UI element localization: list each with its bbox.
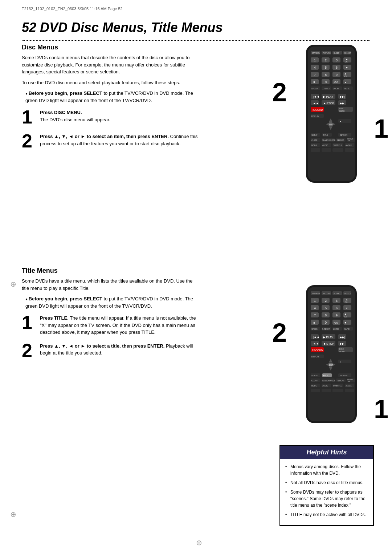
title-step-2-content: Press ▲, ▼, ◄ or ► to select a title, th…	[40, 341, 200, 357]
title-menus-title: Title Menus	[22, 267, 200, 275]
svg-text:II: II	[313, 81, 315, 84]
disc-step-2-number: 2	[22, 131, 35, 150]
svg-text:9: 9	[336, 313, 338, 317]
svg-text:|◄◄: |◄◄	[313, 95, 319, 98]
svg-text:REPEAT: REPEAT	[337, 380, 344, 382]
svg-text:3: 3	[336, 58, 338, 62]
disc-step-2-bold: Press ▲, ▼, ◄ or ► to select an item, th…	[40, 134, 169, 139]
page-title: 52 DVD Disc Menus, Title Menus	[22, 20, 222, 35]
title-step-1: 1 Press TITLE. The title menu will appea…	[22, 313, 200, 336]
disc-menus-bullet: Before you begin, press SELECT to put th…	[25, 90, 200, 104]
hint-item-3: Some DVDs may refer to chapters as "scen…	[285, 489, 368, 509]
svg-text:SLEEP: SLEEP	[334, 292, 340, 295]
svg-rect-210	[332, 389, 343, 392]
svg-text:▶▶: ▶▶	[340, 342, 344, 345]
title-menus-bullet-text: Before you begin, press SELECT to put th…	[25, 296, 193, 309]
svg-text:VOL: VOL	[344, 316, 347, 318]
svg-text:6: 6	[336, 306, 338, 310]
hint-item-4: TITLE may not be active with all DVDs.	[285, 511, 368, 518]
svg-text:▲: ▲	[346, 298, 348, 301]
big-number-1-top: 1	[374, 116, 388, 142]
svg-text:1: 1	[314, 299, 316, 303]
svg-text:2: 2	[325, 58, 327, 62]
svg-text:9: 9	[336, 73, 338, 77]
svg-text:▼: ▼	[344, 321, 347, 324]
svg-text:◄◄: ◄◄	[313, 342, 319, 345]
svg-text:AUDIO: AUDIO	[322, 144, 328, 146]
svg-text:+10: +10	[334, 81, 338, 84]
crosshair-left-mid: ⊕	[10, 280, 16, 288]
svg-text:SETUP: SETUP	[311, 134, 318, 136]
svg-text:▼: ▼	[344, 81, 347, 84]
svg-text:MENU: MENU	[339, 110, 345, 112]
disc-menus-title: Disc Menus	[22, 44, 200, 51]
svg-text:SEARCH MODE: SEARCH MODE	[322, 139, 336, 141]
svg-text:+10: +10	[334, 321, 338, 324]
disc-step-1: 1 Press DISC MENU. The DVD's disc menu w…	[22, 108, 200, 126]
disc-step-2: 2 Press ▲, ▼, ◄ or ► to select an item, …	[22, 131, 200, 150]
remote-svg-bottom: STANDBY PICTURE SLEEP SELECT 1 2 3 ▲ CH.…	[301, 283, 362, 429]
crosshair-bot-center: ⊕	[196, 538, 202, 547]
svg-text:▲: ▲	[346, 58, 348, 60]
svg-text:▶ PLAY: ▶ PLAY	[323, 95, 334, 98]
svg-text:▲: ▲	[344, 313, 347, 315]
big-number-1-bottom: 1	[374, 396, 388, 422]
svg-text:SETUP: SETUP	[311, 374, 318, 377]
title-step-1-number: 1	[22, 313, 35, 332]
title-step-2-bold: Press ▲, ▼, ◄ or ► to select a title, th…	[40, 343, 164, 349]
svg-text:RETURN: RETURN	[340, 134, 347, 136]
svg-text:▼: ▼	[346, 66, 348, 69]
svg-text:MUTE: MUTE	[344, 328, 350, 330]
svg-text:MENU: MENU	[339, 351, 345, 353]
disc-step-2-content: Press ▲, ▼, ◄ or ► to select an item, th…	[40, 131, 200, 147]
svg-text:4: 4	[314, 306, 316, 310]
svg-text:5: 5	[325, 306, 327, 310]
svg-text:|◄◄: |◄◄	[313, 336, 319, 339]
svg-rect-105	[345, 148, 354, 152]
svg-text:SEARCH MODE: SEARCH MODE	[322, 380, 336, 382]
svg-text:DISPLAY: DISPLAY	[311, 115, 319, 117]
svg-text:DISC: DISC	[339, 108, 344, 110]
svg-text:SUBTITLE: SUBTITLE	[333, 144, 342, 146]
svg-text:ZOOM: ZOOM	[333, 88, 339, 90]
remote-top: 2 1 STANDBY PICTURE SLEEP SELECT 1 2 3 ▲…	[293, 43, 377, 189]
svg-text:8: 8	[325, 313, 327, 317]
disc-step-1-text: The DVD's disc menu will appear.	[40, 117, 110, 122]
disc-menus-intro1: Some DVDs contain menus that describe th…	[22, 54, 200, 76]
disc-menus-intro2: To use the DVD disc menu and select play…	[22, 79, 200, 86]
svg-text:2: 2	[325, 299, 327, 303]
disc-menus-bullet-text: Before you begin, press SELECT to put th…	[25, 90, 193, 103]
svg-text:DISPLAY: DISPLAY	[311, 356, 319, 358]
svg-text:ZOOM: ZOOM	[333, 328, 339, 330]
disc-step-1-content: Press DISC MENU. The DVD's disc menu wil…	[40, 108, 110, 123]
title-step-1-bold: Press TITLE.	[40, 315, 69, 321]
svg-text:C.RESET: C.RESET	[322, 88, 330, 90]
svg-text:▶▶|: ▶▶|	[340, 336, 345, 339]
svg-text:TITLE: TITLE	[323, 374, 328, 377]
svg-text:SUBTITLE: SUBTITLE	[333, 385, 342, 387]
title-step-1-content: Press TITLE. The title menu will appear.…	[40, 313, 200, 336]
hints-body: Menus vary among discs. Follow the infor…	[280, 459, 373, 525]
svg-text:0: 0	[325, 321, 327, 324]
svg-text:SELECT: SELECT	[344, 52, 351, 54]
svg-text:▶ PLAY: ▶ PLAY	[323, 336, 334, 339]
svg-text:MODE: MODE	[311, 385, 317, 387]
svg-text:MODE: MODE	[311, 144, 317, 146]
svg-text:3: 3	[336, 299, 338, 303]
svg-text:■ STOP: ■ STOP	[324, 342, 334, 345]
svg-text:CH.: CH.	[345, 61, 348, 63]
svg-text:REPEAT: REPEAT	[337, 139, 344, 141]
svg-text:CH.: CH.	[345, 301, 348, 303]
svg-text:7: 7	[314, 73, 316, 77]
svg-text:ENT: ENT	[329, 123, 333, 126]
hints-list: Menus vary among discs. Follow the infor…	[285, 463, 368, 518]
svg-text:RECORD: RECORD	[312, 109, 323, 111]
svg-text:►: ►	[340, 120, 342, 122]
svg-text:DISC: DISC	[339, 348, 344, 350]
svg-text:SPEED: SPEED	[311, 88, 318, 90]
svg-text:TITLE: TITLE	[323, 134, 328, 136]
svg-text:1: 1	[314, 58, 316, 62]
hint-item-1: Menus vary among discs. Follow the infor…	[285, 463, 368, 477]
section-divider	[22, 40, 370, 41]
svg-text:ENT: ENT	[329, 364, 333, 366]
